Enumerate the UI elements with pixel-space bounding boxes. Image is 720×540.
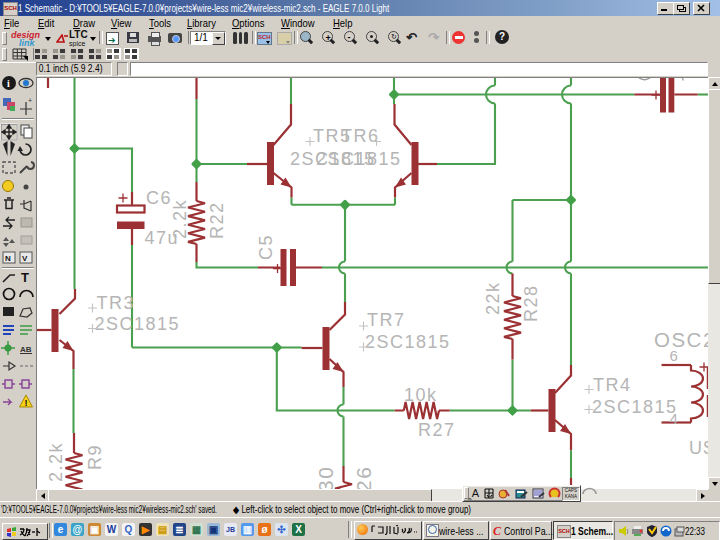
svg-text:+: + <box>28 97 32 104</box>
svg-text:R28: R28 <box>521 284 541 322</box>
svg-text:30: 30 <box>314 466 337 490</box>
svg-text:R27: R27 <box>418 420 456 440</box>
svg-text:2SC1815: 2SC1815 <box>592 397 678 417</box>
svg-text:V: V <box>22 254 28 263</box>
svg-text:2SC1815: 2SC1815 <box>95 314 181 334</box>
svg-text:22k: 22k <box>483 281 503 315</box>
svg-text:4: 4 <box>670 410 680 427</box>
svg-text:AB: AB <box>20 345 32 354</box>
svg-text:C5: C5 <box>256 234 276 260</box>
svg-text:R9: R9 <box>85 444 105 470</box>
svg-text:N: N <box>5 254 11 263</box>
svg-text:i: i <box>7 78 10 89</box>
svg-text:6: 6 <box>670 347 680 364</box>
svg-text:U$5: U$5 <box>689 438 709 458</box>
svg-text:T: T <box>21 270 29 285</box>
svg-text:10k: 10k <box>404 385 438 405</box>
svg-text:TR4: TR4 <box>593 375 632 395</box>
svg-text:26: 26 <box>352 466 375 490</box>
svg-text:!: ! <box>25 398 28 408</box>
svg-text:2.2k: 2.2k <box>170 199 190 239</box>
svg-text:TR6: TR6 <box>341 126 380 146</box>
svg-text:R22: R22 <box>207 201 227 239</box>
svg-text:2SC1815: 2SC1815 <box>316 149 402 169</box>
svg-text:2.2k: 2.2k <box>46 442 66 482</box>
svg-text:C6: C6 <box>146 188 172 208</box>
svg-text:TR7: TR7 <box>367 310 406 330</box>
svg-text:2SC1815: 2SC1815 <box>365 332 451 352</box>
svg-text:TR3: TR3 <box>97 293 136 313</box>
svg-text:OSC23: OSC23 <box>654 328 709 351</box>
